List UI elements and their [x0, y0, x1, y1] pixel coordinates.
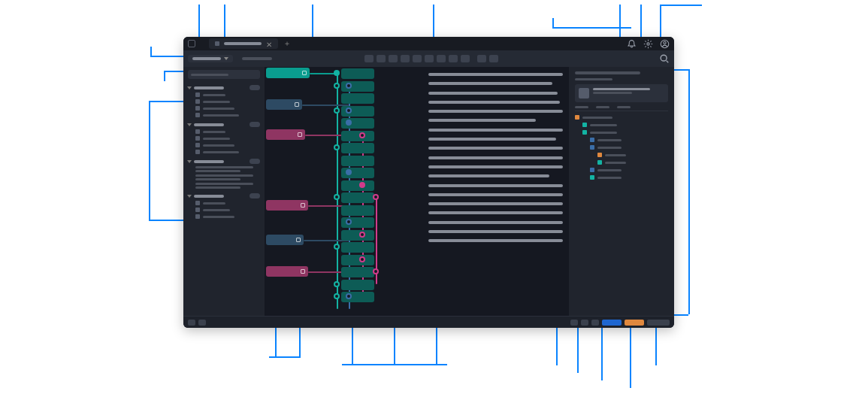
profile-icon[interactable] [659, 38, 670, 49]
toolbar-button[interactable] [413, 55, 422, 62]
toolbar-button[interactable] [425, 55, 434, 62]
toolbar-button[interactable] [364, 55, 374, 62]
commit-node[interactable] [359, 232, 365, 238]
sidebar-section-header[interactable] [188, 193, 260, 198]
commit-node[interactable] [346, 108, 352, 114]
commit-node[interactable] [334, 144, 340, 150]
commit-node[interactable] [334, 70, 340, 76]
commit-message-row[interactable] [428, 193, 563, 196]
status-item[interactable] [198, 320, 206, 326]
commit-node[interactable] [334, 293, 340, 299]
sidebar-filter-input[interactable] [188, 70, 260, 79]
sidebar-item[interactable] [195, 150, 260, 154]
commit-node[interactable] [359, 182, 365, 188]
commit-node[interactable] [359, 132, 365, 138]
commit-message-row[interactable] [428, 184, 563, 187]
toolbar-button[interactable] [377, 55, 386, 62]
tree-item[interactable] [575, 175, 668, 180]
commit-node[interactable] [346, 120, 352, 126]
sidebar-item[interactable] [195, 129, 260, 134]
add-tab-button[interactable]: ＋ [283, 39, 292, 48]
commit-message-row[interactable] [428, 239, 563, 242]
tree-item[interactable] [575, 123, 668, 127]
commit-node[interactable] [346, 219, 352, 225]
commit-node[interactable] [373, 194, 379, 200]
tree-item[interactable] [575, 153, 668, 157]
sidebar-item[interactable] [195, 214, 260, 219]
commit-message-row[interactable] [428, 92, 558, 95]
sidebar-item[interactable] [195, 183, 260, 189]
commit-message-row[interactable] [428, 138, 556, 141]
commit-node[interactable] [334, 244, 340, 250]
branch-ref-label[interactable] [266, 68, 310, 78]
sidebar-item[interactable] [195, 136, 260, 141]
commit-node[interactable] [346, 293, 352, 299]
commit-node[interactable] [373, 268, 379, 274]
commit-node[interactable] [359, 256, 365, 262]
commit-message-row[interactable] [428, 73, 563, 76]
toolbar-button[interactable] [401, 55, 410, 62]
commit-node[interactable] [334, 108, 340, 114]
commit-message-row[interactable] [428, 165, 563, 168]
commit-message-row[interactable] [428, 129, 563, 132]
close-tab-icon[interactable]: ✕ [266, 41, 272, 47]
status-pill[interactable] [602, 320, 622, 326]
panel-tab[interactable] [575, 106, 588, 108]
status-pill[interactable] [581, 320, 588, 326]
search-button[interactable] [659, 53, 670, 64]
commit-message-row[interactable] [428, 174, 549, 177]
commit-message-row[interactable] [428, 147, 563, 150]
commit-node[interactable] [334, 281, 340, 287]
sidebar-section-header[interactable] [188, 122, 260, 127]
commit-message-row[interactable] [428, 156, 563, 159]
tree-item[interactable] [575, 168, 668, 172]
branch-ref-label[interactable] [266, 266, 308, 277]
commit-message-row[interactable] [428, 230, 563, 233]
notifications-icon[interactable] [626, 38, 637, 49]
commit-node[interactable] [334, 194, 340, 200]
sidebar-item[interactable] [195, 99, 260, 104]
sidebar-section-header[interactable] [188, 159, 260, 164]
toolbar-button[interactable] [389, 55, 398, 62]
tree-item[interactable] [575, 145, 668, 150]
status-pill[interactable] [570, 320, 578, 326]
commit-node[interactable] [346, 169, 352, 175]
panel-tab[interactable] [596, 106, 609, 108]
tree-item[interactable] [575, 138, 668, 142]
status-pill[interactable] [647, 320, 670, 326]
commit-message-row[interactable] [428, 221, 563, 224]
commit-message-row[interactable] [428, 82, 552, 85]
sidebar-item[interactable] [195, 92, 260, 97]
breadcrumb-item[interactable] [242, 57, 272, 60]
panel-tab[interactable] [617, 106, 631, 108]
branch-ref-label[interactable] [266, 99, 302, 110]
toolbar-button[interactable] [489, 55, 498, 62]
status-pill[interactable] [591, 320, 599, 326]
commit-message-row[interactable] [428, 110, 563, 113]
tree-item[interactable] [575, 115, 668, 120]
commit-message-row[interactable] [428, 211, 563, 214]
tree-item[interactable] [575, 130, 668, 135]
commit-node[interactable] [346, 83, 352, 89]
toolbar-button[interactable] [449, 55, 458, 62]
branch-ref-label[interactable] [266, 129, 305, 140]
commit-node[interactable] [334, 83, 340, 89]
sidebar-item[interactable] [195, 106, 260, 111]
status-item[interactable] [188, 320, 195, 326]
sidebar-item[interactable] [195, 174, 260, 180]
commit-message-row[interactable] [428, 202, 563, 205]
toolbar-button[interactable] [437, 55, 446, 62]
repo-tab[interactable]: ✕ [209, 38, 278, 49]
repo-dropdown[interactable] [188, 55, 233, 62]
branch-ref-label[interactable] [266, 235, 304, 245]
status-pill[interactable] [625, 320, 644, 326]
toolbar-button[interactable] [461, 55, 470, 62]
commit-file-box[interactable] [575, 84, 668, 102]
commit-message-row[interactable] [428, 101, 560, 104]
sidebar-item[interactable] [195, 208, 260, 212]
branch-ref-label[interactable] [266, 200, 308, 211]
sidebar-item[interactable] [195, 143, 260, 147]
toolbar-button[interactable] [477, 55, 486, 62]
settings-icon[interactable] [643, 38, 653, 49]
sidebar-item[interactable] [195, 166, 260, 172]
